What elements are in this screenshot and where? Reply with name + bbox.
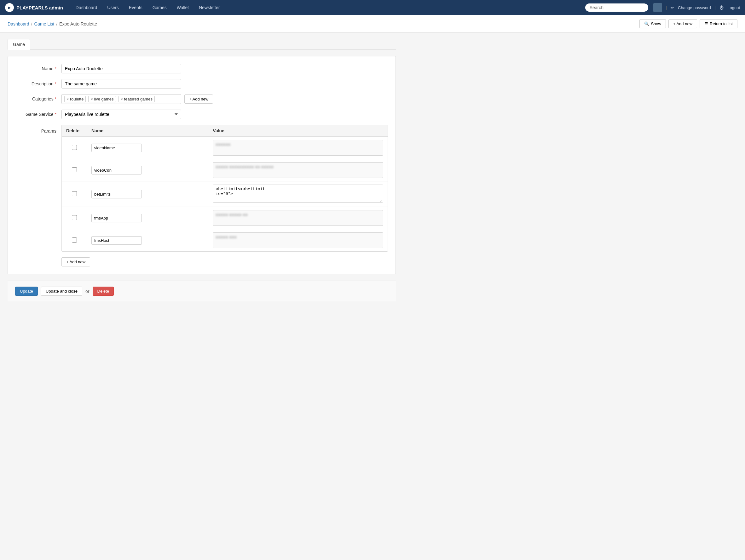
form-section: Name * Description * Categories * × roul… [7,56,396,274]
game-service-label: Game Service * [15,110,56,117]
breadcrumb-dashboard[interactable]: Dashboard [7,22,29,27]
nav-events[interactable]: Events [124,0,148,15]
game-service-select[interactable]: Playpearls live roulette [61,110,181,119]
update-close-button[interactable]: Update and close [41,287,82,296]
return-to-list-button[interactable]: ☰ Return to list [700,19,738,28]
game-service-field-group: Game Service * Playpearls live roulette [15,110,388,119]
categories-field-group: Categories * × roulette × live games × f… [15,94,388,104]
breadcrumb-actions: 🔍 Show + Add new ☰ Return to list [640,19,738,28]
brand: ▶ PLAYPEARLS admin [5,3,63,12]
param-name-input-4[interactable] [91,236,142,245]
category-tag-featured-games: × featured games [119,96,155,102]
param-name-input-1[interactable] [91,166,142,174]
add-new-button[interactable]: + Add new [669,19,697,28]
col-value: Value [208,125,388,137]
change-password-icon: ✏ [671,5,674,10]
param-row-videoCdn: ●●●●● ●●●●●●●●●● ●● ●●●●● [62,159,388,181]
nav-links: Dashboard Users Events Games Wallet News… [71,0,225,15]
param-name-input-2[interactable] [91,190,142,199]
breadcrumb-current: Expo Auto Roulette [59,22,97,27]
param-value-4: ●●●●● ●●● [213,233,383,248]
footer-or: or [86,289,89,294]
change-password-link[interactable]: Change password [678,5,711,10]
logout-link[interactable]: Logout [727,5,740,10]
nav-dashboard[interactable]: Dashboard [71,0,102,15]
search-icon: 🔍 [644,22,649,26]
param-value-3: ●●●●● ●●●●● ●● [213,210,383,226]
delete-button[interactable]: Delete [93,287,114,296]
param-row-betLimits: <betLimits><betLimit id="0"> [62,181,388,207]
param-row-fmsApp: ●●●●● ●●●●● ●● [62,207,388,229]
param-value-input-2[interactable]: <betLimits><betLimit id="0"> [213,184,383,203]
brand-icon: ▶ [5,3,14,12]
description-field-group: Description * [15,79,388,89]
name-label: Name * [15,64,56,71]
param-row-videoName: ●●●●●● [62,137,388,159]
param-delete-check-4[interactable] [72,238,77,243]
search-input[interactable] [585,3,648,12]
add-param-button[interactable]: + Add new [61,257,90,267]
categories-label: Categories * [15,94,56,101]
param-delete-check-1[interactable] [72,167,77,172]
param-delete-check-2[interactable] [72,191,77,196]
tab-bar: Game [7,39,396,50]
category-tag-live-games: × live games [88,96,116,102]
params-add-row: + Add new [61,257,388,267]
param-name-input-3[interactable] [91,214,142,222]
breadcrumb-bar: Dashboard / Game List / Expo Auto Roulet… [0,15,745,33]
param-value-0: ●●●●●● [213,140,383,155]
remove-featured-games-button[interactable]: × [121,97,123,101]
param-delete-check-3[interactable] [72,215,77,220]
params-table-wrapper: Delete Name Value [61,125,388,252]
nav-newsletter[interactable]: Newsletter [194,0,225,15]
brand-label: PLAYPEARLS admin [17,5,63,10]
category-tag-roulette: × roulette [64,96,86,102]
params-table: Delete Name Value [62,125,388,251]
params-field-group: Params Delete Name Value [15,125,388,252]
list-icon: ☰ [704,22,708,26]
avatar [653,3,662,12]
description-label: Description * [15,79,56,86]
param-value-1: ●●●●● ●●●●●●●●●● ●● ●●●●● [213,162,383,178]
col-delete: Delete [62,125,87,137]
remove-live-games-button[interactable]: × [91,97,93,101]
nav-right: | ✏ Change password | ⏻ Logout [653,3,740,12]
form-footer: Update Update and close or Delete [7,281,396,302]
nav-users[interactable]: Users [102,0,124,15]
categories-field: × roulette × live games × featured games [61,94,181,104]
remove-roulette-button[interactable]: × [66,97,69,101]
main-content: Game Name * Description * Categories * [0,33,403,308]
logout-icon: ⏻ [719,5,723,10]
col-name: Name [87,125,208,137]
navbar: ▶ PLAYPEARLS admin Dashboard Users Event… [0,0,745,15]
description-input[interactable] [61,79,181,89]
param-name-input-0[interactable] [91,144,142,152]
show-button[interactable]: 🔍 Show [640,19,666,28]
nav-games[interactable]: Games [148,0,172,15]
breadcrumb: Dashboard / Game List / Expo Auto Roulet… [7,22,97,27]
breadcrumb-game-list[interactable]: Game List [34,22,54,27]
tab-game[interactable]: Game [7,39,30,50]
name-input[interactable] [61,64,181,73]
param-row-fmsHost: ●●●●● ●●● [62,229,388,252]
update-button[interactable]: Update [15,287,38,296]
add-category-button[interactable]: + Add new [184,95,213,104]
name-field-group: Name * [15,64,388,73]
nav-wallet[interactable]: Wallet [172,0,194,15]
params-label: Params [15,125,56,134]
param-delete-check-0[interactable] [72,145,77,150]
